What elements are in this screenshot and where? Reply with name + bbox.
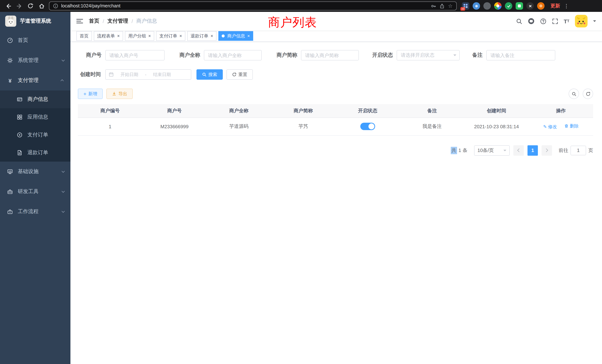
sidebar-item-label: 系统管理	[18, 57, 57, 64]
merchant-no-input[interactable]	[105, 50, 165, 60]
password-key-icon[interactable]	[431, 3, 437, 9]
reset-button[interactable]: 重置	[226, 69, 253, 80]
page-unit-label: 页	[588, 147, 593, 154]
sidebar-item-app-info[interactable]: 应用信息	[0, 108, 70, 126]
date-end-input[interactable]	[148, 72, 176, 77]
sidebar-item-pay-order[interactable]: 支付订单	[0, 126, 70, 144]
add-button[interactable]: + 新增	[78, 89, 103, 99]
extension-icon[interactable]	[505, 2, 512, 10]
tab-refund-order[interactable]: 退款订单×	[187, 31, 216, 41]
col-remark: 备注	[400, 104, 464, 118]
filter-merchant-no: 商户号	[78, 50, 165, 60]
tab-user-group[interactable]: 用户分组×	[125, 31, 154, 41]
search-button[interactable]: 搜索	[196, 69, 223, 80]
bookmark-star-icon[interactable]: ☆	[448, 3, 453, 9]
short-name-input[interactable]	[301, 50, 359, 60]
date-start-input[interactable]	[115, 72, 143, 77]
date-range-picker[interactable]: -	[105, 69, 191, 80]
remark-input[interactable]	[486, 50, 555, 60]
goto-page-input[interactable]	[570, 146, 586, 155]
avatar-dropdown-caret-icon[interactable]	[593, 20, 596, 23]
pagination: 共 1 条 10条/页 1 前往 页	[78, 145, 593, 156]
sidebar-item-workflow[interactable]: 工作流程	[0, 202, 70, 222]
page-number-button[interactable]: 1	[527, 145, 538, 156]
table-header-row: 商户编号 商户号 商户全称 商户简称 开启状态 备注 创建时间 操作	[78, 104, 593, 118]
close-icon[interactable]: ×	[117, 34, 120, 38]
sidebar-item-label: 首页	[18, 37, 64, 44]
browser-menu-icon[interactable]: ⋮	[564, 3, 569, 9]
refresh-icon-button[interactable]	[583, 89, 593, 99]
close-icon[interactable]: ×	[247, 34, 250, 38]
app-logo[interactable]: 芋道管理系统	[0, 12, 70, 30]
sidebar-item-system[interactable]: 系统管理	[0, 50, 70, 70]
share-icon[interactable]	[440, 3, 445, 9]
extension-icon[interactable]	[473, 2, 480, 10]
breadcrumb-separator: /	[103, 18, 104, 24]
chevron-down-icon	[503, 150, 506, 152]
toolbar-right-icons	[569, 89, 593, 99]
prev-page-button[interactable]	[513, 145, 524, 156]
home-icon[interactable]	[36, 1, 47, 11]
help-icon[interactable]	[540, 18, 546, 24]
extension-icon[interactable]	[494, 2, 502, 10]
extension-icon[interactable]	[537, 2, 545, 10]
full-name-input[interactable]	[204, 50, 262, 60]
edit-pencil-icon: ✎	[543, 124, 547, 129]
breadcrumb-home[interactable]: 首页	[89, 18, 99, 24]
sidebar-item-home[interactable]: 首页	[0, 30, 70, 50]
fullscreen-icon[interactable]	[552, 18, 558, 24]
close-icon[interactable]: ×	[211, 34, 213, 38]
url-bar[interactable]: localhost:1024/pay/merchant ☆	[49, 1, 457, 10]
col-merchant-no: 商户号	[142, 104, 207, 118]
sidebar-toggle-icon[interactable]	[76, 19, 83, 23]
back-icon[interactable]	[3, 1, 13, 11]
forward-icon[interactable]	[14, 1, 24, 11]
selected-text: 共	[451, 147, 457, 154]
github-icon[interactable]	[528, 18, 534, 24]
tab-home[interactable]: 首页	[76, 31, 92, 41]
cell-create-time: 2021-10-23 08:31:14	[464, 118, 529, 135]
edit-link[interactable]: ✎ 修改	[543, 124, 557, 130]
tab-pay-order[interactable]: 支付订单×	[156, 31, 185, 41]
sidebar-item-merchant-info[interactable]: 商户信息	[0, 90, 70, 108]
close-icon[interactable]: ×	[148, 34, 151, 38]
top-navbar: 首页 / 支付管理 / 商户信息 商户列表 TT	[70, 12, 602, 30]
breadcrumb-payment[interactable]: 支付管理	[108, 18, 128, 24]
page-content: 商户号 商户全称 商户简称 开启状态 请选择开启状态	[70, 42, 602, 156]
status-select[interactable]: 请选择开启状态	[397, 50, 460, 60]
tab-merchant-info[interactable]: 商户信息×	[218, 31, 253, 41]
site-info-icon[interactable]	[53, 3, 58, 9]
sidebar-item-label: 应用信息	[27, 114, 64, 120]
extension-icon[interactable]: 10	[462, 2, 469, 10]
show-search-icon-button[interactable]	[569, 89, 579, 99]
breadcrumb-separator: /	[132, 18, 133, 24]
extension-icon[interactable]	[483, 2, 491, 10]
extension-icon[interactable]	[526, 2, 534, 10]
calendar-icon	[109, 72, 114, 77]
reload-icon[interactable]	[25, 1, 36, 11]
user-avatar[interactable]	[575, 15, 588, 27]
sidebar-item-dev-tools[interactable]: 研发工具	[0, 182, 70, 202]
export-button[interactable]: 导出	[106, 89, 133, 99]
sidebar-item-infrastructure[interactable]: 基础设施	[0, 162, 70, 182]
cell-actions: ✎ 修改 删除	[529, 118, 593, 135]
extension-icon[interactable]	[516, 2, 523, 10]
sidebar-item-label: 工作流程	[18, 208, 57, 215]
plus-icon: +	[83, 91, 86, 96]
font-size-icon[interactable]: TT	[564, 18, 569, 24]
main-area: 首页 / 支付管理 / 商户信息 商户列表 TT	[70, 12, 602, 364]
browser-update-button[interactable]: 更新	[550, 3, 560, 9]
url-text: localhost:1024/pay/merchant	[61, 3, 428, 9]
tab-process-form[interactable]: 流程表单×	[94, 31, 123, 41]
delete-link[interactable]: 删除	[564, 123, 579, 129]
status-toggle[interactable]	[360, 123, 375, 130]
next-page-button[interactable]	[542, 145, 552, 156]
filter-remark: 备注	[467, 50, 555, 60]
page-size-select[interactable]: 10条/页	[474, 145, 510, 156]
sidebar-item-payment[interactable]: ¥ 支付管理	[0, 70, 70, 90]
cell-status	[335, 118, 400, 135]
date-separator: -	[145, 72, 146, 77]
search-icon[interactable]	[516, 18, 522, 24]
sidebar-item-refund-order[interactable]: 退款订单	[0, 144, 70, 162]
close-icon[interactable]: ×	[179, 34, 182, 38]
